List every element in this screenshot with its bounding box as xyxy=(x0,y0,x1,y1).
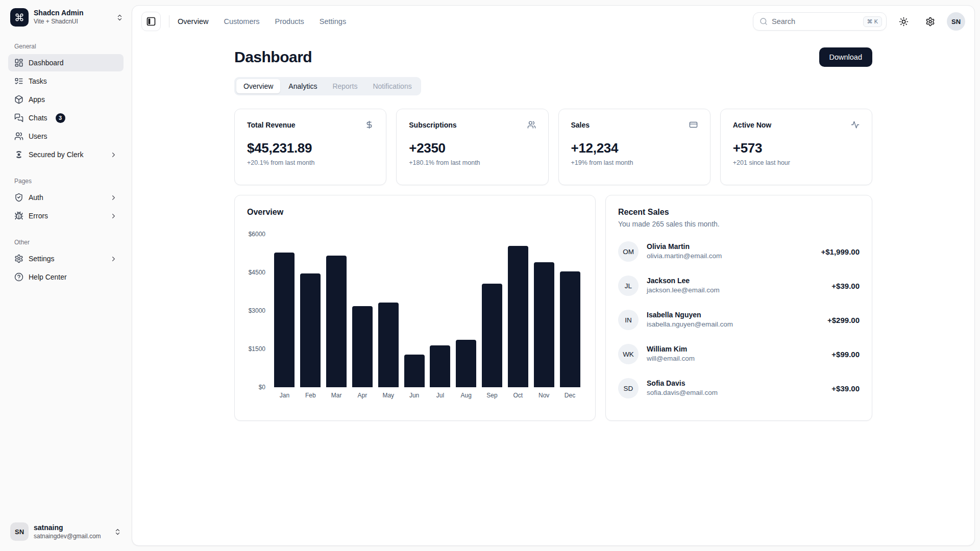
sale-amount: +$39.00 xyxy=(831,282,860,290)
y-axis-tick: $1500 xyxy=(249,345,265,353)
bar-cell xyxy=(427,234,453,387)
chart-bars xyxy=(272,234,583,387)
sun-icon xyxy=(899,17,909,27)
bar-may xyxy=(378,303,399,387)
sidebar-item-settings[interactable]: Settings xyxy=(8,250,124,267)
x-axis-label: Apr xyxy=(349,392,375,399)
recent-sales-subtitle: You made 265 sales this month. xyxy=(618,220,860,228)
sale-customer-name: Isabella Nguyen xyxy=(647,310,819,319)
sale-customer-email: isabella.nguyen@email.com xyxy=(647,320,819,330)
x-axis-label: May xyxy=(375,392,401,399)
sidebar-item-help-center[interactable]: Help Center xyxy=(8,268,124,286)
x-axis-label: Jan xyxy=(272,392,298,399)
nav-link-settings[interactable]: Settings xyxy=(320,17,346,26)
users-icon xyxy=(14,132,23,141)
workspace-switcher[interactable]: Shadcn Admin Vite + ShadcnUI xyxy=(8,6,124,29)
divider xyxy=(169,15,169,28)
bar-cell xyxy=(453,234,479,387)
stat-title: Sales xyxy=(571,121,590,129)
avatar: SN xyxy=(10,522,29,541)
settings-icon xyxy=(925,17,935,27)
sidebar-item-tasks[interactable]: Tasks xyxy=(8,72,124,90)
nav-link-overview[interactable]: Overview xyxy=(178,17,208,26)
bug-icon xyxy=(14,211,23,220)
sale-amount: +$39.00 xyxy=(831,384,860,393)
nav-link-products[interactable]: Products xyxy=(275,17,304,26)
bar-cell xyxy=(324,234,350,387)
chart-y-axis: $6000$4500$3000$1500$0 xyxy=(247,234,272,387)
settings-button[interactable] xyxy=(920,12,940,31)
credit-card-icon xyxy=(689,120,698,129)
sale-customer-name: William Kim xyxy=(647,344,823,354)
bar-mar xyxy=(326,256,347,387)
bar-cell xyxy=(272,234,298,387)
sidebar-item-label: Tasks xyxy=(29,77,47,85)
chevrons-up-down-icon xyxy=(114,528,121,536)
bar-oct xyxy=(508,246,528,387)
bar-apr xyxy=(352,306,373,387)
tab-reports[interactable]: Reports xyxy=(325,79,364,93)
command-icon xyxy=(10,8,29,27)
users-icon xyxy=(527,120,536,129)
chart-x-labels: JanFebMarAprMayJunJulAugSepOctNovDec xyxy=(272,392,583,399)
sale-row: WKWilliam Kimwill@email.com+$99.00 xyxy=(618,344,860,364)
tab-overview[interactable]: Overview xyxy=(236,79,280,93)
y-axis-tick: $4500 xyxy=(249,269,265,276)
theme-toggle-button[interactable] xyxy=(894,12,913,31)
sidebar-item-secured-by-clerk[interactable]: Secured by Clerk xyxy=(8,146,124,163)
sidebar-item-errors[interactable]: Errors xyxy=(8,207,124,224)
chart-plot: JanFebMarAprMayJunJulAugSepOctNovDec xyxy=(272,234,583,399)
chevrons-up-down-icon xyxy=(116,14,124,21)
sidebar-nav: GeneralDashboardTasksAppsChats3UsersSecu… xyxy=(8,40,124,286)
workspace-subtitle: Vite + ShadcnUI xyxy=(34,18,111,26)
sidebar-user-menu[interactable]: SN satnaing satnaingdev@gmail.com xyxy=(6,519,126,544)
package-icon xyxy=(14,95,23,104)
dashboard-icon xyxy=(14,58,23,67)
sidebar-item-label: Chats xyxy=(29,114,47,122)
sidebar-item-users[interactable]: Users xyxy=(8,128,124,145)
sidebar-group-label: Pages xyxy=(8,174,124,188)
user-avatar-button[interactable]: SN xyxy=(947,12,965,31)
x-axis-label: Feb xyxy=(298,392,324,399)
sale-amount: +$1,999.00 xyxy=(821,247,860,256)
sidebar: Shadcn Admin Vite + ShadcnUI GeneralDash… xyxy=(0,0,132,551)
sale-row: OMOlivia Martinolivia.martin@email.com+$… xyxy=(618,241,860,262)
stats-row: Total Revenue$45,231.89+20.1% from last … xyxy=(234,109,872,185)
sale-row: JLJackson Leejackson.lee@email.com+$39.0… xyxy=(618,276,860,296)
stat-change: +20.1% from last month xyxy=(247,159,374,166)
stat-card-total-revenue: Total Revenue$45,231.89+20.1% from last … xyxy=(234,109,386,185)
search-field[interactable] xyxy=(772,17,859,26)
sidebar-item-apps[interactable]: Apps xyxy=(8,91,124,108)
sidebar-item-auth[interactable]: Auth xyxy=(8,189,124,206)
sale-customer-name: Jackson Lee xyxy=(647,276,823,285)
topbar-actions: ⌘ K SN xyxy=(753,12,965,31)
y-axis-tick: $6000 xyxy=(249,231,265,238)
sidebar-toggle-button[interactable] xyxy=(141,12,161,31)
x-axis-label: Jun xyxy=(401,392,427,399)
bar-cell xyxy=(479,234,505,387)
bar-nov xyxy=(534,262,554,387)
tasks-icon xyxy=(14,77,23,86)
download-button[interactable]: Download xyxy=(819,47,873,67)
stat-title: Total Revenue xyxy=(247,121,296,129)
sidebar-group: GeneralDashboardTasksAppsChats3UsersSecu… xyxy=(8,40,124,163)
recent-sales-card: Recent Sales You made 265 sales this mon… xyxy=(605,195,872,421)
panels-row: Overview $6000$4500$3000$1500$0 JanFebMa… xyxy=(234,195,872,421)
bar-cell xyxy=(505,234,531,387)
sidebar-item-dashboard[interactable]: Dashboard xyxy=(8,54,124,71)
tab-notifications[interactable]: Notifications xyxy=(365,79,419,93)
sidebar-item-chats[interactable]: Chats3 xyxy=(8,109,124,127)
stat-card-subscriptions: Subscriptions+2350+180.1% from last mont… xyxy=(396,109,548,185)
sidebar-user-name: satnaing xyxy=(34,523,109,533)
search-shortcut-kbd: ⌘ K xyxy=(863,16,882,27)
tab-analytics[interactable]: Analytics xyxy=(281,79,324,93)
search-input[interactable]: ⌘ K xyxy=(753,12,887,31)
sale-row: INIsabella Nguyenisabella.nguyen@email.c… xyxy=(618,310,860,330)
avatar: OM xyxy=(618,241,639,262)
nav-link-customers[interactable]: Customers xyxy=(224,17,259,26)
sidebar-item-label: Settings xyxy=(29,255,55,263)
unread-badge: 3 xyxy=(56,113,65,123)
stat-title: Subscriptions xyxy=(409,121,456,129)
bar-cell xyxy=(401,234,427,387)
x-axis-label: Oct xyxy=(505,392,531,399)
